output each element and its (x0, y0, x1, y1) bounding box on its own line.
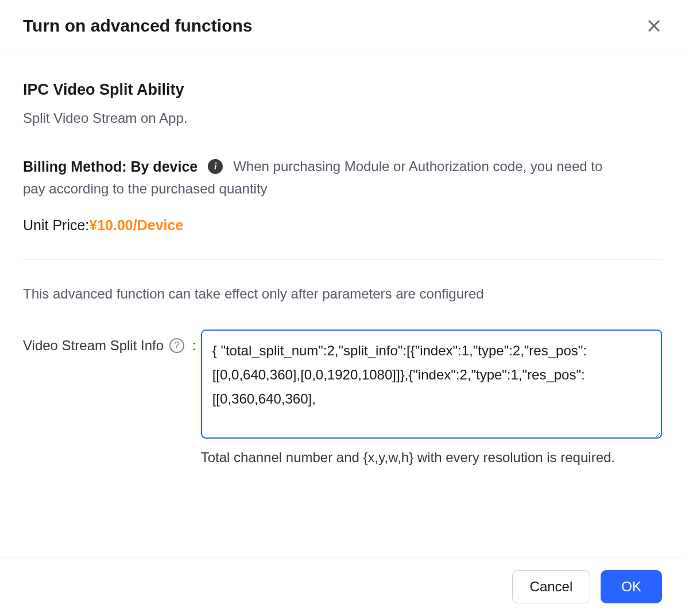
modal-body: IPC Video Split Ability Split Video Stre… (0, 52, 685, 492)
colon: : (192, 338, 196, 354)
help-icon[interactable]: ? (169, 338, 184, 353)
ok-button[interactable]: OK (601, 570, 662, 603)
billing-label: Billing Method: By device (23, 155, 198, 178)
price-row: Unit Price:¥10.00/Device (23, 217, 662, 260)
form-label-wrap: Video Stream Split Info ? : (23, 330, 196, 354)
feature-description: Split Video Stream on App. (23, 110, 662, 126)
feature-title: IPC Video Split Ability (23, 81, 662, 99)
split-info-textarea[interactable] (201, 330, 662, 439)
form-field-wrap: Total channel number and {x,y,w,h} with … (201, 330, 662, 468)
form-row: Video Stream Split Info ? : Total channe… (23, 330, 662, 468)
billing-row: Billing Method: By device i When purchas… (23, 155, 662, 200)
billing-description-part1: When purchasing Module or Authorization … (233, 156, 602, 177)
form-label: Video Stream Split Info (23, 338, 164, 354)
modal-footer: Cancel OK (0, 557, 685, 616)
close-icon (646, 18, 662, 34)
field-hint: Total channel number and {x,y,w,h} with … (201, 447, 662, 468)
cancel-button[interactable]: Cancel (512, 570, 591, 603)
price-value: ¥10.00/Device (89, 217, 183, 233)
close-button[interactable] (646, 18, 662, 34)
price-label: Unit Price: (23, 217, 89, 233)
modal-header: Turn on advanced functions (0, 0, 685, 52)
config-note: This advanced function can take effect o… (23, 286, 662, 302)
modal-title: Turn on advanced functions (23, 16, 252, 36)
info-icon[interactable]: i (208, 159, 223, 174)
billing-description-part2: pay according to the purchased quantity (23, 178, 662, 200)
